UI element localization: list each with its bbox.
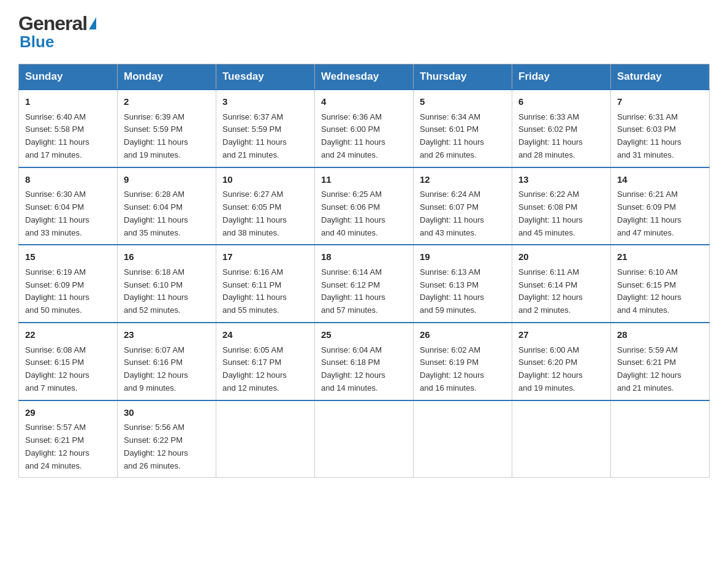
day-number: 19 <box>420 250 506 264</box>
calendar-header-friday: Friday <box>512 64 611 90</box>
day-number: 27 <box>518 328 604 342</box>
calendar-header-row: SundayMondayTuesdayWednesdayThursdayFrid… <box>19 64 710 90</box>
calendar-cell: 21Sunrise: 6:10 AMSunset: 6:15 PMDayligh… <box>611 245 710 323</box>
calendar-cell <box>315 400 414 478</box>
day-info: Sunrise: 6:10 AMSunset: 6:15 PMDaylight:… <box>617 266 703 317</box>
calendar-cell: 1Sunrise: 6:40 AMSunset: 5:58 PMDaylight… <box>19 90 118 167</box>
calendar-cell: 19Sunrise: 6:13 AMSunset: 6:13 PMDayligh… <box>414 245 512 323</box>
day-number: 4 <box>321 95 407 109</box>
day-number: 18 <box>321 250 407 264</box>
week-row-2: 8Sunrise: 6:30 AMSunset: 6:04 PMDaylight… <box>19 167 710 245</box>
day-number: 12 <box>420 173 506 187</box>
calendar-header-saturday: Saturday <box>611 64 710 90</box>
calendar-cell: 9Sunrise: 6:28 AMSunset: 6:04 PMDaylight… <box>118 167 216 245</box>
calendar-cell: 2Sunrise: 6:39 AMSunset: 5:59 PMDaylight… <box>118 90 216 167</box>
day-info: Sunrise: 6:21 AMSunset: 6:09 PMDaylight:… <box>617 188 703 239</box>
calendar-cell: 11Sunrise: 6:25 AMSunset: 6:06 PMDayligh… <box>315 167 414 245</box>
day-number: 23 <box>124 328 210 342</box>
calendar-cell: 10Sunrise: 6:27 AMSunset: 6:05 PMDayligh… <box>216 167 315 245</box>
day-number: 6 <box>518 95 604 109</box>
day-info: Sunrise: 6:22 AMSunset: 6:08 PMDaylight:… <box>518 188 604 239</box>
day-info: Sunrise: 6:24 AMSunset: 6:07 PMDaylight:… <box>420 188 506 239</box>
day-info: Sunrise: 6:30 AMSunset: 6:04 PMDaylight:… <box>25 188 111 239</box>
calendar-cell: 5Sunrise: 6:34 AMSunset: 6:01 PMDaylight… <box>414 90 512 167</box>
calendar-cell: 24Sunrise: 6:05 AMSunset: 6:17 PMDayligh… <box>216 323 315 400</box>
day-info: Sunrise: 6:18 AMSunset: 6:10 PMDaylight:… <box>124 266 210 317</box>
day-info: Sunrise: 6:00 AMSunset: 6:20 PMDaylight:… <box>518 344 604 395</box>
day-info: Sunrise: 6:25 AMSunset: 6:06 PMDaylight:… <box>321 188 407 239</box>
calendar-header-thursday: Thursday <box>414 64 512 90</box>
calendar-cell: 8Sunrise: 6:30 AMSunset: 6:04 PMDaylight… <box>19 167 118 245</box>
day-number: 9 <box>124 173 210 187</box>
calendar-cell: 30Sunrise: 5:56 AMSunset: 6:22 PMDayligh… <box>118 400 216 478</box>
calendar-cell: 17Sunrise: 6:16 AMSunset: 6:11 PMDayligh… <box>216 245 315 323</box>
day-number: 28 <box>617 328 703 342</box>
week-row-3: 15Sunrise: 6:19 AMSunset: 6:09 PMDayligh… <box>19 245 710 323</box>
calendar-header-sunday: Sunday <box>19 64 118 90</box>
calendar-cell: 6Sunrise: 6:33 AMSunset: 6:02 PMDaylight… <box>512 90 611 167</box>
day-info: Sunrise: 6:13 AMSunset: 6:13 PMDaylight:… <box>420 266 506 317</box>
day-info: Sunrise: 6:11 AMSunset: 6:14 PMDaylight:… <box>518 266 604 317</box>
week-row-4: 22Sunrise: 6:08 AMSunset: 6:15 PMDayligh… <box>19 323 710 400</box>
day-number: 2 <box>124 95 210 109</box>
day-info: Sunrise: 6:04 AMSunset: 6:18 PMDaylight:… <box>321 344 407 395</box>
logo-blue-text: Blue <box>20 33 54 52</box>
day-number: 15 <box>25 250 111 264</box>
calendar-cell <box>414 400 512 478</box>
calendar-cell: 23Sunrise: 6:07 AMSunset: 6:16 PMDayligh… <box>118 323 216 400</box>
day-info: Sunrise: 6:19 AMSunset: 6:09 PMDaylight:… <box>25 266 111 317</box>
day-number: 16 <box>124 250 210 264</box>
day-info: Sunrise: 6:36 AMSunset: 6:00 PMDaylight:… <box>321 111 407 162</box>
calendar-cell <box>216 400 315 478</box>
day-info: Sunrise: 6:05 AMSunset: 6:17 PMDaylight:… <box>222 344 308 395</box>
day-number: 21 <box>617 250 703 264</box>
calendar-cell: 14Sunrise: 6:21 AMSunset: 6:09 PMDayligh… <box>611 167 710 245</box>
week-row-1: 1Sunrise: 6:40 AMSunset: 5:58 PMDaylight… <box>19 90 710 167</box>
day-number: 30 <box>124 406 210 420</box>
day-number: 24 <box>222 328 308 342</box>
logo: General Blue <box>18 12 96 52</box>
day-info: Sunrise: 6:31 AMSunset: 6:03 PMDaylight:… <box>617 111 703 162</box>
calendar-cell: 26Sunrise: 6:02 AMSunset: 6:19 PMDayligh… <box>414 323 512 400</box>
day-info: Sunrise: 6:37 AMSunset: 5:59 PMDaylight:… <box>222 111 308 162</box>
day-info: Sunrise: 6:34 AMSunset: 6:01 PMDaylight:… <box>420 111 506 162</box>
day-number: 8 <box>25 173 111 187</box>
calendar-header-monday: Monday <box>118 64 216 90</box>
logo-general-text: General <box>18 12 87 35</box>
calendar-cell: 12Sunrise: 6:24 AMSunset: 6:07 PMDayligh… <box>414 167 512 245</box>
day-number: 5 <box>420 95 506 109</box>
day-number: 26 <box>420 328 506 342</box>
calendar-cell: 18Sunrise: 6:14 AMSunset: 6:12 PMDayligh… <box>315 245 414 323</box>
day-info: Sunrise: 6:33 AMSunset: 6:02 PMDaylight:… <box>518 111 604 162</box>
calendar-cell: 13Sunrise: 6:22 AMSunset: 6:08 PMDayligh… <box>512 167 611 245</box>
day-info: Sunrise: 6:39 AMSunset: 5:59 PMDaylight:… <box>124 111 210 162</box>
day-number: 3 <box>222 95 308 109</box>
day-number: 29 <box>25 406 111 420</box>
day-number: 20 <box>518 250 604 264</box>
day-info: Sunrise: 6:28 AMSunset: 6:04 PMDaylight:… <box>124 188 210 239</box>
day-info: Sunrise: 6:02 AMSunset: 6:19 PMDaylight:… <box>420 344 506 395</box>
calendar-cell: 3Sunrise: 6:37 AMSunset: 5:59 PMDaylight… <box>216 90 315 167</box>
week-row-5: 29Sunrise: 5:57 AMSunset: 6:21 PMDayligh… <box>19 400 710 478</box>
day-info: Sunrise: 6:14 AMSunset: 6:12 PMDaylight:… <box>321 266 407 317</box>
logo-triangle-icon <box>89 17 96 29</box>
day-info: Sunrise: 6:08 AMSunset: 6:15 PMDaylight:… <box>25 344 111 395</box>
day-number: 1 <box>25 95 111 109</box>
calendar-cell <box>512 400 611 478</box>
day-info: Sunrise: 6:40 AMSunset: 5:58 PMDaylight:… <box>25 111 111 162</box>
calendar-cell: 22Sunrise: 6:08 AMSunset: 6:15 PMDayligh… <box>19 323 118 400</box>
calendar-cell: 15Sunrise: 6:19 AMSunset: 6:09 PMDayligh… <box>19 245 118 323</box>
calendar-cell: 16Sunrise: 6:18 AMSunset: 6:10 PMDayligh… <box>118 245 216 323</box>
calendar-cell <box>611 400 710 478</box>
day-info: Sunrise: 6:27 AMSunset: 6:05 PMDaylight:… <box>222 188 308 239</box>
day-number: 17 <box>222 250 308 264</box>
day-number: 11 <box>321 173 407 187</box>
day-info: Sunrise: 5:57 AMSunset: 6:21 PMDaylight:… <box>25 421 111 472</box>
day-number: 22 <box>25 328 111 342</box>
day-number: 13 <box>518 173 604 187</box>
calendar-cell: 7Sunrise: 6:31 AMSunset: 6:03 PMDaylight… <box>611 90 710 167</box>
calendar-cell: 20Sunrise: 6:11 AMSunset: 6:14 PMDayligh… <box>512 245 611 323</box>
day-number: 7 <box>617 95 703 109</box>
day-info: Sunrise: 6:16 AMSunset: 6:11 PMDaylight:… <box>222 266 308 317</box>
calendar-cell: 29Sunrise: 5:57 AMSunset: 6:21 PMDayligh… <box>19 400 118 478</box>
